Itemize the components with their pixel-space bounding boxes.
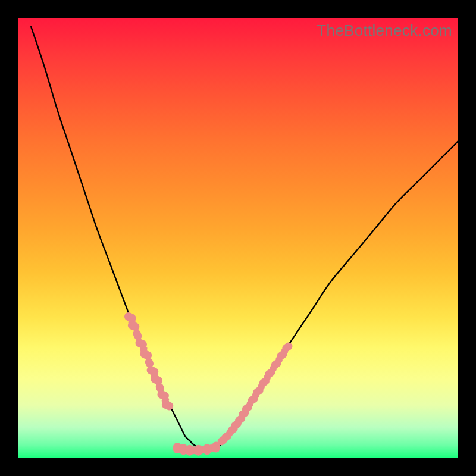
chart-frame: TheBottleneck.com [0, 0, 476, 476]
marker-cluster-left [123, 311, 175, 412]
bottleneck-curve [31, 27, 458, 450]
marker-cluster-right [216, 341, 294, 447]
chart-overlay [18, 18, 458, 458]
marker-dot [203, 444, 212, 455]
plot-area: TheBottleneck.com [18, 18, 458, 458]
marker-cluster-bottom [173, 441, 220, 456]
marker [203, 444, 212, 455]
marker-dot [212, 441, 221, 453]
marker [212, 441, 221, 453]
